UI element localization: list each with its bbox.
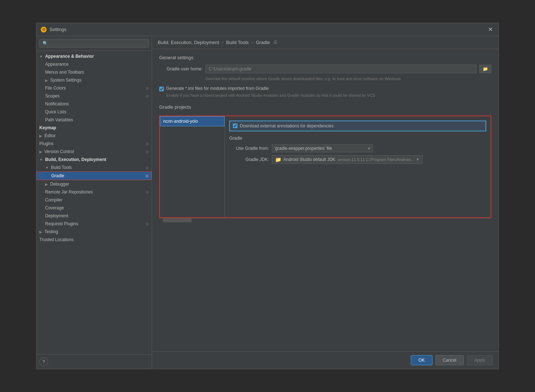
gradle-user-home-label: Gradle user home: — [159, 66, 203, 71]
sidebar-item-required-plugins[interactable]: Required Plugins ⊞ — [36, 220, 152, 228]
sidebar-item-version-control[interactable]: ▶ Version Control ⊞ — [36, 148, 152, 156]
apply-button[interactable]: Apply — [467, 355, 493, 365]
settings-dialog: ⚙ Settings ✕ ▼ Appearance & Behavior App… — [36, 23, 499, 369]
download-annotations-row: Download external annotations for depend… — [229, 121, 486, 131]
sidebar-item-system-settings[interactable]: ▶ System Settings — [36, 76, 152, 84]
sidebar-item-keymap[interactable]: Keymap — [36, 124, 152, 132]
collapse-arrow: ▶ — [45, 182, 48, 186]
sidebar-item-build-execution[interactable]: ▼ Build, Execution, Deployment — [36, 156, 152, 164]
sidebar-item-notifications[interactable]: Notifications — [36, 100, 152, 108]
gradle-projects-title: Gradle projects — [159, 104, 491, 110]
settings-icon: ⊞ — [146, 142, 149, 146]
collapse-arrow: ▶ — [39, 230, 42, 234]
project-list-item[interactable]: ncnn-android-yolo — [160, 116, 225, 126]
sidebar-item-label: Path Variables — [45, 117, 73, 122]
dialog-title: Settings — [49, 27, 66, 32]
expand-arrow: ▼ — [39, 158, 43, 162]
sidebar-item-trusted-locations[interactable]: Trusted Locations — [36, 236, 152, 244]
settings-icon: ⊞ — [146, 86, 149, 90]
sidebar-item-editor[interactable]: ▶ Editor — [36, 132, 152, 140]
settings-icon: ⊞ — [146, 94, 149, 98]
project-list: ncnn-android-yolo — [160, 116, 225, 217]
sidebar-item-quick-lists[interactable]: Quick Lists — [36, 108, 152, 116]
use-gradle-from-wrapper: 'gradle-wrapper.properties' file ▼ — [272, 144, 373, 152]
content-area: General settings Gradle user home: 📁 Ove… — [152, 49, 499, 351]
download-annotations-label: Download external annotations for depend… — [240, 123, 334, 129]
horizontal-scrollbar[interactable] — [159, 218, 491, 222]
settings-icon: ⊞ — [146, 190, 149, 194]
sidebar-item-label: File Colors — [45, 86, 66, 91]
sidebar-item-appearance-behavior[interactable]: ▼ Appearance & Behavior — [36, 52, 152, 60]
gradle-jdk-value: Android Studio default JDK — [283, 157, 335, 162]
app-icon: ⚙ — [41, 27, 47, 32]
gradle-user-home-input[interactable] — [205, 65, 477, 73]
dialog-body: ▼ Appearance & Behavior Appearance Menus… — [36, 36, 499, 369]
collapse-arrow: ▶ — [45, 78, 48, 82]
breadcrumb-sep2: > — [251, 40, 254, 45]
use-gradle-from-label: Use Gradle from: — [229, 146, 269, 151]
sidebar-item-deployment[interactable]: Deployment — [36, 212, 152, 220]
jdk-folder-icon: 📁 — [275, 157, 281, 162]
sidebar-bottom: ? — [36, 354, 152, 369]
sidebar-item-gradle[interactable]: Gradle ⊞ — [36, 171, 152, 180]
gradle-jdk-version: version 11.0.11 C:/Program Files/Android… — [338, 157, 414, 162]
general-settings-title: General settings — [159, 55, 491, 60]
gradle-user-home-row: Gradle user home: 📁 — [159, 65, 491, 73]
close-button[interactable]: ✕ — [487, 26, 494, 33]
gradle-user-home-browse-button[interactable]: 📁 — [479, 65, 491, 73]
sidebar-item-appearance[interactable]: Appearance — [36, 60, 152, 68]
sidebar-item-label: Compiler — [45, 197, 62, 202]
download-annotations-checkbox[interactable] — [233, 123, 238, 128]
settings-icon: ⊞ — [145, 174, 148, 178]
title-bar-left: ⚙ Settings — [41, 27, 66, 32]
sidebar-item-label: Scopes — [45, 93, 60, 99]
use-gradle-from-row: Use Gradle from: 'gradle-wrapper.propert… — [229, 144, 486, 152]
generate-iml-checkbox[interactable] — [159, 87, 164, 91]
gradle-jdk-select[interactable]: 📁 Android Studio default JDK version 11.… — [272, 155, 423, 164]
sidebar-item-label: Debugger — [50, 182, 69, 187]
sidebar-item-coverage[interactable]: Coverage — [36, 204, 152, 212]
settings-icon: ⊞ — [146, 150, 149, 154]
sidebar-item-file-colors[interactable]: File Colors ⊞ — [36, 84, 152, 92]
sidebar-item-label: Editor — [44, 133, 56, 138]
sidebar-item-label: Required Plugins — [45, 221, 78, 226]
sidebar-item-label: Appearance — [45, 62, 69, 67]
sidebar-item-path-variables[interactable]: Path Variables — [36, 116, 152, 124]
breadcrumb: Build, Execution, Deployment > Build Too… — [152, 36, 499, 49]
sidebar-item-label: Build, Execution, Deployment — [45, 157, 106, 162]
sidebar-item-debugger[interactable]: ▶ Debugger — [36, 180, 152, 188]
use-gradle-from-select[interactable]: 'gradle-wrapper.properties' file — [272, 144, 373, 152]
expand-arrow: ▼ — [45, 166, 49, 170]
ok-button[interactable]: OK — [411, 355, 432, 365]
gradle-jdk-row: Gradle JDK: 📁 Android Studio default JDK… — [229, 155, 486, 164]
settings-icon: ⊞ — [146, 166, 149, 170]
gradle-subsection-title: Gradle — [229, 136, 486, 141]
bottom-bar: OK Cancel Apply — [152, 351, 499, 369]
breadcrumb-menu-icon[interactable]: ☰ — [274, 40, 277, 45]
sidebar-item-build-tools[interactable]: ▼ Build Tools ⊞ — [36, 164, 152, 171]
project-settings-panel: Download external annotations for depend… — [225, 116, 491, 217]
title-bar: ⚙ Settings ✕ — [36, 23, 499, 36]
scrollbar-thumb — [163, 218, 192, 222]
sidebar-item-label: Notifications — [45, 101, 69, 106]
gradle-jdk-label: Gradle JDK: — [229, 157, 269, 162]
gradle-projects-section: ncnn-android-yolo Download external anno… — [159, 116, 491, 218]
breadcrumb-part1: Build, Execution, Deployment — [158, 40, 219, 45]
jdk-select-arrow-icon: ▼ — [416, 157, 419, 161]
sidebar-item-scopes[interactable]: Scopes ⊞ — [36, 92, 152, 100]
expand-arrow: ▼ — [39, 55, 43, 58]
sidebar-item-plugins[interactable]: Plugins ⊞ — [36, 140, 152, 148]
search-input[interactable] — [39, 39, 149, 48]
sidebar-item-remote-jar[interactable]: Remote Jar Repositories ⊞ — [36, 188, 152, 196]
sidebar-item-compiler[interactable]: Compiler — [36, 196, 152, 204]
sidebar-item-menus-toolbars[interactable]: Menus and Toolbars — [36, 68, 152, 76]
sidebar: ▼ Appearance & Behavior Appearance Menus… — [36, 36, 152, 369]
help-button[interactable]: ? — [39, 357, 48, 366]
sidebar-item-label: Plugins — [39, 141, 53, 146]
sidebar-item-label: Trusted Locations — [39, 237, 74, 242]
sidebar-item-label: Build Tools — [51, 165, 72, 170]
cancel-button[interactable]: Cancel — [435, 355, 464, 365]
breadcrumb-part3: Gradle — [256, 40, 270, 45]
sidebar-item-testing[interactable]: ▶ Testing — [36, 228, 152, 236]
collapse-arrow: ▶ — [39, 134, 42, 138]
